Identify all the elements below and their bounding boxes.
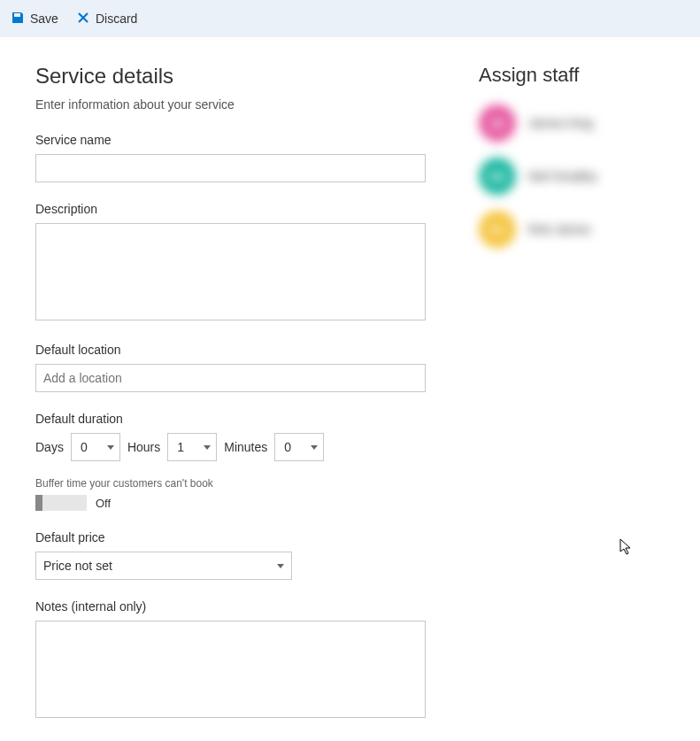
page-subtitle: Enter information about your service (35, 97, 426, 112)
page-title: Service details (35, 64, 426, 89)
avatar: JK (479, 104, 516, 142)
minutes-value: 0 (284, 440, 291, 454)
price-label: Default price (35, 530, 426, 544)
staff-name: Rob James (528, 222, 591, 236)
description-label: Description (35, 202, 426, 216)
staff-name: Neil Smalley (528, 169, 597, 183)
save-icon (11, 11, 25, 27)
description-input[interactable] (35, 223, 426, 320)
minutes-dropdown[interactable]: 0 (274, 433, 324, 461)
chevron-down-icon (107, 445, 114, 450)
duration-row: Days 0 Hours 1 Minutes 0 (35, 433, 426, 461)
price-value: Price not set (43, 559, 112, 573)
assign-staff-heading: Assign staff (479, 64, 665, 87)
staff-list: JKJames KingNSNeil SmalleyRJRob James (479, 104, 665, 248)
notes-label: Notes (internal only) (35, 599, 426, 614)
discard-button[interactable]: Discard (76, 11, 137, 27)
save-button[interactable]: Save (11, 11, 58, 27)
staff-item[interactable]: NSNeil Smalley (479, 158, 665, 195)
buffer-hint: Buffer time your customers can't book (35, 477, 426, 490)
toolbar: Save Discard (0, 0, 700, 37)
service-name-label: Service name (35, 133, 426, 147)
price-field: Default price Price not set (35, 530, 426, 580)
staff-item[interactable]: RJRob James (479, 211, 665, 248)
location-input[interactable] (35, 364, 426, 392)
buffer-toggle-label: Off (96, 497, 111, 510)
notes-field: Notes (internal only) (35, 599, 426, 721)
avatar: NS (479, 158, 516, 195)
duration-field: Default duration Days 0 Hours 1 Minutes … (35, 412, 426, 511)
staff-name: James King (528, 116, 593, 130)
duration-label: Default duration (35, 412, 426, 426)
discard-label: Discard (96, 12, 137, 26)
service-name-input[interactable] (35, 154, 426, 182)
days-dropdown[interactable]: 0 (71, 433, 120, 461)
notes-input[interactable] (35, 621, 426, 718)
content: Service details Enter information about … (0, 37, 700, 741)
location-label: Default location (35, 343, 426, 357)
chevron-down-icon (277, 564, 284, 568)
minutes-label: Minutes (224, 440, 267, 454)
days-label: Days (35, 440, 64, 454)
avatar: RJ (479, 211, 516, 248)
hours-dropdown[interactable]: 1 (167, 433, 217, 461)
service-name-field: Service name (35, 133, 426, 182)
save-label: Save (30, 12, 58, 26)
buffer-toggle-row: Off (35, 495, 426, 511)
location-field: Default location (35, 343, 426, 392)
hours-label: Hours (127, 440, 160, 454)
price-dropdown[interactable]: Price not set (35, 552, 292, 580)
description-field: Description (35, 202, 426, 323)
staff-item[interactable]: JKJames King (479, 104, 665, 142)
hours-value: 1 (177, 440, 184, 454)
buffer-toggle[interactable] (35, 495, 87, 511)
days-value: 0 (81, 440, 88, 454)
service-details-panel: Service details Enter information about … (35, 64, 426, 740)
toggle-knob (35, 495, 42, 511)
close-icon (76, 11, 90, 27)
chevron-down-icon (311, 445, 318, 450)
chevron-down-icon (204, 445, 211, 450)
assign-staff-panel: Assign staff JKJames KingNSNeil SmalleyR… (479, 64, 665, 740)
